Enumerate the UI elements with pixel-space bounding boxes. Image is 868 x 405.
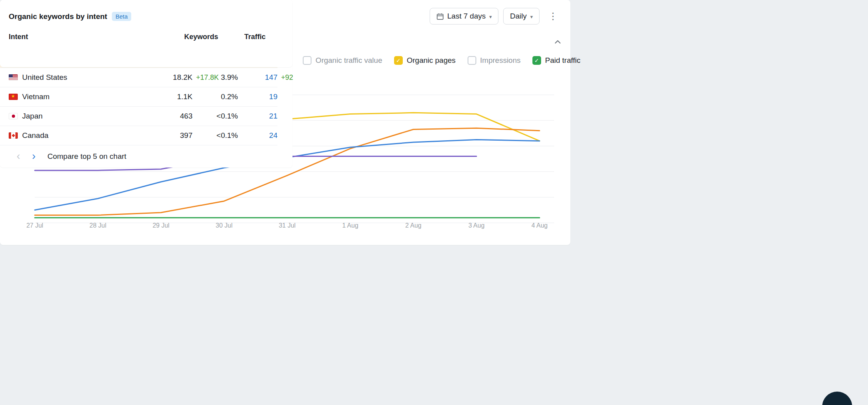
- svg-text:31 Jul: 31 Jul: [279, 222, 296, 229]
- keywords-value[interactable]: 147: [265, 73, 277, 81]
- toolbar-right-group: Last 7 days ▾ Daily▾ ⋮: [430, 8, 562, 24]
- svg-text:4 Aug: 4 Aug: [532, 222, 548, 229]
- keywords-value[interactable]: 21: [269, 112, 277, 120]
- keywords-cell[interactable]: 21: [238, 112, 277, 121]
- chevron-down-icon: ▾: [530, 14, 533, 20]
- chevron-down-icon: ▾: [489, 14, 492, 20]
- location-pager: ‹ › Compare top 5 on chart: [0, 151, 292, 162]
- share-value: 0.2%: [221, 92, 238, 101]
- keywords-delta: +92: [281, 73, 293, 82]
- location-row-vietnam[interactable]: Vietnam 1.1K 0.2% 19: [0, 87, 277, 107]
- keywords-by-intent-title: Organic keywords by intent: [9, 12, 107, 21]
- beta-badge: Beta: [112, 12, 131, 21]
- column-traffic[interactable]: Traffic: [218, 33, 266, 41]
- traffic-value: 1.1K: [177, 92, 192, 101]
- country-cell: Japan: [9, 112, 141, 121]
- svg-text:28 Jul: 28 Jul: [89, 222, 106, 229]
- granularity-dropdown[interactable]: Daily▾: [503, 8, 540, 24]
- location-row-canada[interactable]: Canada 397 <0.1% 24: [0, 126, 277, 145]
- kebab-menu-icon[interactable]: ⋮: [544, 11, 562, 22]
- country-cell: Canada: [9, 131, 141, 140]
- location-row-united-states[interactable]: United States 18.2K+17.8K 3.9% 147+92: [0, 68, 277, 87]
- overview-page: AI citationsi AI Overview 1 +1 Pages1+1 …: [0, 0, 868, 405]
- canada-flag-icon: [9, 132, 18, 139]
- svg-text:2 Aug: 2 Aug: [405, 222, 421, 229]
- metric-label: Organic traffic value: [315, 56, 382, 65]
- keywords-value[interactable]: 24: [269, 131, 277, 139]
- keywords-cell[interactable]: 147+92: [238, 73, 277, 82]
- granularity-label: Daily: [510, 12, 526, 21]
- svg-text:27 Jul: 27 Jul: [26, 222, 43, 229]
- metric-checkbox-impressions[interactable]: Impressions: [468, 56, 521, 65]
- traffic-value: 18.2K: [173, 73, 192, 81]
- share-value: <0.1%: [217, 131, 238, 139]
- vietnam-flag-icon: [9, 94, 18, 100]
- compare-top5-link[interactable]: Compare top 5 on chart: [47, 152, 126, 161]
- metric-label: Organic pages: [407, 56, 456, 65]
- metric-checkbox-organic-traffic-value[interactable]: Organic traffic value: [303, 56, 382, 65]
- share-value: 3.9%: [221, 73, 238, 81]
- country-name: United States: [22, 73, 67, 82]
- column-keywords[interactable]: Keywords: [159, 33, 218, 41]
- united-states-flag-icon: [9, 74, 18, 81]
- country-cell: Vietnam: [9, 92, 141, 101]
- country-cell: United States: [9, 73, 141, 82]
- checkbox-icon: [303, 56, 311, 65]
- traffic-cell: 1.1K: [141, 92, 192, 101]
- date-range-dropdown[interactable]: Last 7 days ▾: [430, 8, 499, 24]
- chat-widget-button[interactable]: [822, 392, 852, 405]
- date-range-label: Last 7 days: [447, 12, 486, 21]
- keywords-value[interactable]: 19: [269, 92, 277, 101]
- svg-text:1 Aug: 1 Aug: [342, 222, 359, 229]
- pager-next-icon[interactable]: ›: [32, 151, 36, 162]
- traffic-cell: 463: [141, 112, 192, 121]
- collapse-chevron-icon[interactable]: [554, 38, 562, 46]
- traffic-cell: 18.2K+17.8K: [141, 73, 192, 82]
- share-cell: 3.9%: [192, 73, 238, 82]
- checkbox-icon: [468, 56, 476, 65]
- country-name: Vietnam: [22, 92, 49, 101]
- share-cell: <0.1%: [192, 112, 238, 121]
- metric-label: Paid traffic: [545, 56, 580, 65]
- keywords-by-intent-header: Organic keywords by intent Beta: [9, 12, 284, 21]
- metric-checkbox-organic-pages[interactable]: ✓Organic pages: [394, 56, 456, 65]
- svg-text:30 Jul: 30 Jul: [216, 222, 233, 229]
- traffic-cell: 397: [141, 131, 192, 140]
- japan-flag-icon: [9, 113, 18, 119]
- share-value: <0.1%: [217, 112, 238, 120]
- intent-table-header: Intent Keywords Traffic: [9, 33, 266, 41]
- country-name: Japan: [22, 112, 43, 121]
- metric-label: Impressions: [480, 56, 521, 65]
- svg-text:3 Aug: 3 Aug: [468, 222, 485, 229]
- checkbox-icon: ✓: [394, 56, 403, 65]
- pager-prev-icon[interactable]: ‹: [17, 151, 20, 162]
- keywords-cell[interactable]: 19: [238, 92, 277, 101]
- location-row-japan[interactable]: Japan 463 <0.1% 21: [0, 107, 277, 126]
- country-name: Canada: [22, 131, 49, 140]
- keywords-cell[interactable]: 24: [238, 131, 277, 140]
- checkbox-icon: ✓: [532, 56, 541, 65]
- keywords-by-intent-card: Organic keywords by intent Beta Intent K…: [0, 0, 292, 67]
- traffic-value: 397: [180, 131, 192, 139]
- share-cell: <0.1%: [192, 131, 238, 140]
- svg-text:29 Jul: 29 Jul: [153, 222, 170, 229]
- share-cell: 0.2%: [192, 92, 238, 101]
- column-intent[interactable]: Intent: [9, 33, 159, 41]
- traffic-value: 463: [180, 112, 192, 120]
- metric-checkbox-paid-traffic[interactable]: ✓Paid traffic: [532, 56, 580, 65]
- calendar-icon: [436, 13, 444, 20]
